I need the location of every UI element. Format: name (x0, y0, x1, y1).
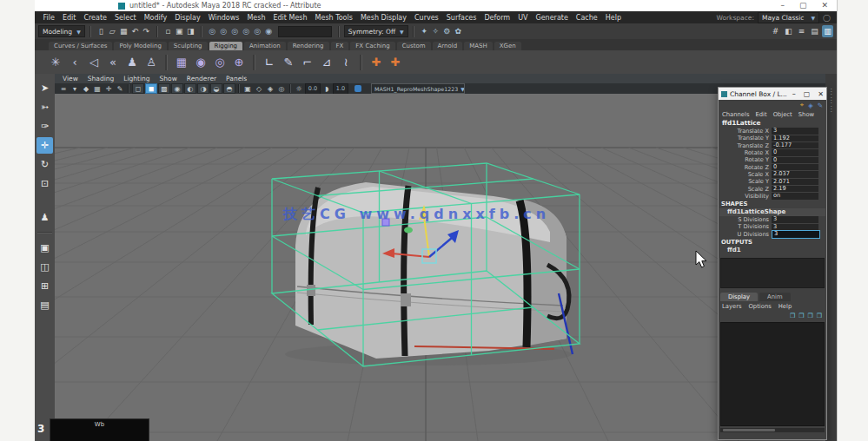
image-plane-icon[interactable]: ▦ (92, 84, 103, 94)
layer-menu-item[interactable]: Options (749, 303, 772, 310)
channel-value-field[interactable]: 3 (772, 230, 820, 239)
shelf-tab[interactable]: Sculpting (169, 42, 208, 50)
panel-menu-item[interactable]: Shading (88, 75, 114, 82)
select-component-icon[interactable]: ◨ (185, 25, 196, 37)
snap-to-center-icon[interactable]: ◎ (241, 25, 252, 37)
detach-curve-icon[interactable]: ⊿ (318, 53, 335, 72)
panel-menu-item[interactable]: Lighting (123, 75, 149, 82)
rotate-tool-icon[interactable]: ↻ (36, 156, 53, 173)
outliner-pane-layout-icon[interactable]: ▤ (36, 297, 53, 313)
scrollbar-thumb[interactable] (723, 429, 775, 431)
shelf-tab[interactable]: Custom (397, 42, 431, 50)
shelf-tab[interactable]: MASH (464, 42, 493, 50)
close-button[interactable]: ✕ (821, 2, 828, 10)
layer-editor-tab[interactable]: Anim (759, 293, 790, 301)
menu-item[interactable]: Modify (140, 14, 171, 22)
anti-aliasing-icon[interactable]: ◓ (223, 83, 235, 94)
channel-value-field[interactable]: 0 (772, 149, 818, 155)
panel-menu-item[interactable]: Show (160, 75, 177, 82)
cluster-deformer-icon[interactable]: ◉ (192, 53, 209, 72)
menu-item[interactable]: Mesh (243, 14, 269, 22)
lattice-deformer-icon[interactable]: ▦ (173, 53, 190, 72)
manip-medium-icon[interactable]: ◈ (808, 102, 813, 109)
workspace-dropdown[interactable]: Maya Classic▼ (758, 12, 819, 23)
menu-item[interactable]: Cache (572, 14, 601, 22)
menu-item[interactable]: Mesh Tools (311, 14, 356, 22)
grid-toggle-icon[interactable]: # (770, 25, 781, 37)
select-object-icon[interactable]: ▣ (174, 25, 185, 37)
save-scene-icon[interactable]: ▦ (118, 25, 129, 37)
channel-value-field[interactable]: 0 (772, 164, 818, 170)
shadows-icon[interactable]: ◐ (184, 83, 196, 94)
layer-menu-item[interactable]: Help (779, 303, 792, 310)
menu-item[interactable]: Display (171, 14, 205, 22)
manip-slow-icon[interactable]: ⌖ (800, 101, 804, 109)
layer-move-up-icon[interactable]: ❒ (807, 313, 812, 319)
move-tool-icon[interactable]: ✛ (36, 137, 53, 154)
xray-icon[interactable]: ◇ (254, 84, 264, 94)
symmetry-dropdown[interactable]: Symmetry: Off▼ (344, 25, 408, 37)
textured-mode-icon[interactable]: ▩ (158, 83, 170, 94)
pencil-curve-icon[interactable]: ✎ (280, 53, 297, 72)
annotation-icon[interactable]: ✚ (387, 53, 404, 72)
exposure-value[interactable]: 0.0 (305, 83, 321, 95)
channel-value-field[interactable]: 3 (772, 216, 818, 222)
bind-skin-icon[interactable]: ♟ (123, 53, 141, 72)
ik-spline-icon[interactable]: ◁ (85, 53, 103, 72)
channel-box-titlebar[interactable]: Channel Box / L... – ▢ ✕ (719, 88, 826, 100)
layer-move-down-icon[interactable]: ❒ (817, 313, 822, 319)
shaded-mode-icon[interactable]: ◼ (145, 83, 157, 94)
bookmark-icon[interactable]: ◆ (81, 84, 91, 94)
render-settings-icon[interactable]: ⚙ (441, 25, 453, 37)
minimize-button[interactable]: – (792, 90, 796, 98)
menu-item[interactable]: Edit (58, 14, 80, 22)
menu-item[interactable]: Create (80, 14, 111, 22)
project-curve-icon[interactable]: ≀ (337, 53, 354, 72)
panel-menu-item[interactable]: Panels (226, 75, 247, 82)
snap-to-viewplane-icon[interactable]: ◎ (252, 25, 263, 37)
channel-value-field[interactable]: 2.037 (772, 171, 818, 177)
maximize-button[interactable]: ▢ (804, 90, 811, 98)
minimize-button[interactable]: – (780, 2, 785, 10)
four-pane-layout-icon[interactable]: ⊞ (36, 278, 53, 294)
channel-value-field[interactable]: -0.177 (772, 142, 818, 148)
modeling-toolkit-icon[interactable]: ◧ (783, 25, 794, 37)
output-node-name[interactable]: ffd1 (719, 247, 825, 254)
menu-item[interactable]: Edit Mesh (269, 14, 311, 22)
panel-menu-item[interactable]: View (63, 75, 78, 82)
shelf-tab[interactable]: Animation (244, 42, 286, 50)
snap-to-curve-icon[interactable]: ◎ (218, 25, 229, 37)
undo-icon[interactable]: ↶ (129, 25, 141, 37)
object-dropdown[interactable]: MASH1_ReproMeshShape1223 ▼ (371, 83, 465, 94)
use-all-lights-icon[interactable]: ◉ (171, 83, 183, 94)
paint-effects-icon[interactable]: ✿ (453, 25, 464, 37)
manip-fast-icon[interactable]: ✎ (818, 102, 823, 109)
channel-value-field[interactable]: 3 (772, 128, 818, 134)
layer-new-icon[interactable]: ❒ (790, 313, 795, 319)
insert-joint-icon[interactable]: « (104, 53, 122, 72)
gamma-icon[interactable]: ◗ (321, 84, 332, 94)
close-button[interactable]: ✕ (818, 90, 824, 98)
screen-ao-icon[interactable]: ◑ (197, 83, 209, 94)
menu-item[interactable]: Windows (204, 14, 243, 22)
make-live-icon[interactable]: ◉ (263, 25, 275, 37)
channel-value-field[interactable]: 2.071 (772, 179, 818, 185)
isolate-select-icon[interactable]: ▣ (242, 84, 253, 94)
shape-node-name[interactable]: ffd1LatticeShape (719, 208, 825, 216)
channel-box-menu-item[interactable]: Object (773, 111, 792, 118)
channel-value-field[interactable]: 1.192 (772, 135, 818, 142)
wrap-deformer-icon[interactable]: ⊕ (230, 53, 248, 72)
open-scene-icon[interactable]: ▱ (107, 25, 118, 37)
workspace-pin-icon[interactable]: ◯ (823, 14, 831, 22)
menu-item[interactable]: Help (601, 14, 625, 22)
shelf-tab[interactable]: XGen (494, 42, 521, 50)
redo-icon[interactable]: ↷ (141, 25, 152, 37)
menuset-dropdown[interactable]: Modeling▼ (38, 25, 85, 37)
selected-object-name[interactable]: ffd1Lattice (719, 119, 826, 128)
interactive-bind-icon[interactable]: ♙ (142, 53, 160, 72)
layer-list[interactable] (720, 322, 825, 426)
select-tool-icon[interactable]: ➤ (36, 80, 53, 96)
layer-new-selected-icon[interactable]: ❒ (798, 313, 804, 319)
menu-item[interactable]: Surfaces (442, 14, 480, 22)
ipr-render-icon[interactable]: ✧ (430, 25, 441, 37)
